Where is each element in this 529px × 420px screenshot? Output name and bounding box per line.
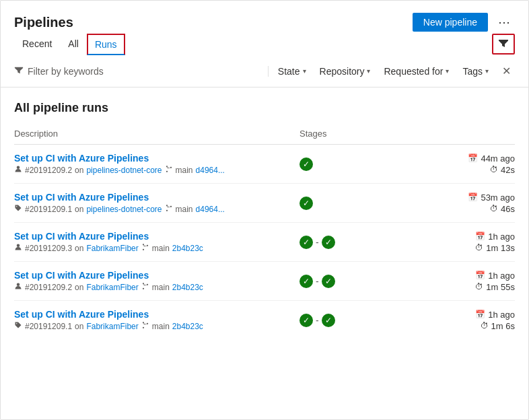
requested-for-dropdown[interactable]: Requested for ▾ <box>377 63 456 79</box>
svg-point-11 <box>17 283 20 287</box>
requested-for-label: Requested for <box>384 66 443 77</box>
svg-point-17 <box>147 323 148 324</box>
svg-point-2 <box>166 171 167 172</box>
stage-success-icon: ✓ <box>322 314 335 327</box>
clock-icon: ⏱ <box>490 204 498 213</box>
branch-icon <box>165 165 173 175</box>
stage-success-icon: ✓ <box>299 275 313 288</box>
filter-keyword-text[interactable]: Filter by keywords <box>28 66 265 77</box>
tab-all[interactable]: All <box>60 33 87 56</box>
tags-chevron-icon: ▾ <box>485 67 489 75</box>
commit-hash: 2b4b23c <box>172 283 203 292</box>
requested-for-chevron-icon: ▾ <box>446 67 449 75</box>
pipeline-name[interactable]: Set up CI with Azure Pipelines <box>14 309 299 320</box>
run-on-text: on <box>75 166 83 175</box>
run-id: #20191209.1 <box>25 322 72 331</box>
branch-name: main <box>176 205 193 214</box>
clock-icon: ⏱ <box>490 165 498 174</box>
tab-runs[interactable]: Runs <box>87 34 125 55</box>
stage-success-icon: ✓ <box>299 158 313 171</box>
pipeline-name[interactable]: Set up CI with Azure Pipelines <box>14 153 299 164</box>
pipeline-name[interactable]: Set up CI with Azure Pipelines <box>14 270 299 281</box>
svg-point-12 <box>143 283 144 284</box>
stage-separator: - <box>316 237 319 248</box>
clock-icon: ⏱ <box>475 243 483 252</box>
pipeline-name[interactable]: Set up CI with Azure Pipelines <box>14 231 299 242</box>
stage-separator: - <box>316 315 319 326</box>
table-row: Set up CI with Azure Pipelines #20191209… <box>14 223 515 262</box>
time-ago: 1h ago <box>488 232 515 242</box>
stages-cell: ✓ <box>299 158 380 171</box>
calendar-icon: 📅 <box>475 232 485 241</box>
branch-name: main <box>152 283 170 292</box>
calendar-icon: 📅 <box>468 193 478 202</box>
repository-chevron-icon: ▾ <box>367 67 370 75</box>
time-cell: 📅 1h ago ⏱ 1m 55s <box>380 271 515 292</box>
tags-dropdown[interactable]: Tags ▾ <box>456 63 495 79</box>
repo-link[interactable]: FabrikamFiber <box>86 322 138 331</box>
state-label: State <box>278 66 300 77</box>
repo-link[interactable]: pipelines-dotnet-core <box>86 205 162 214</box>
filter-clear-button[interactable]: ✕ <box>498 62 515 80</box>
stage-success-icon: ✓ <box>299 314 313 327</box>
time-ago: 1h ago <box>488 310 515 320</box>
run-id: #20191209.2 <box>25 166 72 175</box>
duration: 1m 6s <box>491 321 515 331</box>
svg-point-10 <box>147 245 148 246</box>
pipeline-name[interactable]: Set up CI with Azure Pipelines <box>14 192 299 203</box>
table-row: Set up CI with Azure Pipelines #20191209… <box>14 301 515 339</box>
svg-point-7 <box>17 244 20 248</box>
person-icon <box>14 165 22 175</box>
svg-point-5 <box>166 210 167 211</box>
col-stages: Stages <box>299 129 380 139</box>
repository-label: Repository <box>320 66 365 77</box>
filter-toggle-button[interactable] <box>492 34 515 55</box>
calendar-icon: 📅 <box>475 271 485 280</box>
clock-icon: ⏱ <box>481 321 489 330</box>
svg-point-13 <box>143 288 144 289</box>
table-row: Set up CI with Azure Pipelines #20191209… <box>14 262 515 301</box>
run-id: #20191209.1 <box>25 205 72 214</box>
stage-success-icon: ✓ <box>322 236 335 249</box>
commit-hash: d4964... <box>196 205 225 214</box>
repo-link[interactable]: FabrikamFiber <box>86 244 138 253</box>
run-on-text: on <box>75 283 83 292</box>
commit-hash: d4964... <box>196 166 225 175</box>
svg-point-16 <box>143 327 144 328</box>
state-dropdown[interactable]: State ▾ <box>271 63 313 79</box>
svg-point-6 <box>170 206 171 207</box>
clock-icon: ⏱ <box>475 282 483 291</box>
person-icon <box>14 282 22 292</box>
duration: 1m 55s <box>486 282 515 292</box>
tag-icon <box>14 204 22 214</box>
new-pipeline-button[interactable]: New pipeline <box>413 13 488 32</box>
duration: 46s <box>501 204 515 214</box>
stages-cell: ✓ <box>299 197 380 210</box>
stages-cell: ✓-✓ <box>299 236 380 249</box>
svg-point-14 <box>147 284 148 285</box>
run-id: #20191209.2 <box>25 283 72 292</box>
more-options-button[interactable]: ⋯ <box>493 11 515 33</box>
duration: 1m 13s <box>486 243 515 253</box>
stage-success-icon: ✓ <box>299 197 313 210</box>
tab-recent[interactable]: Recent <box>14 33 60 56</box>
duration: 42s <box>501 165 515 175</box>
filter-keyword-icon <box>14 65 24 77</box>
repository-dropdown[interactable]: Repository ▾ <box>313 63 378 79</box>
branch-name: main <box>152 244 170 253</box>
time-cell: 📅 1h ago ⏱ 1m 6s <box>380 310 515 331</box>
stage-success-icon: ✓ <box>322 275 335 288</box>
branch-icon <box>165 204 173 214</box>
branch-icon <box>141 282 149 292</box>
time-ago: 53m ago <box>481 193 515 203</box>
more-icon: ⋯ <box>498 15 510 29</box>
page-title: Pipelines <box>14 15 73 30</box>
run-id: #20191209.3 <box>25 244 72 253</box>
table-row: Set up CI with Azure Pipelines #20191209… <box>14 145 515 184</box>
person-icon <box>14 243 22 253</box>
repo-link[interactable]: pipelines-dotnet-core <box>86 166 162 175</box>
commit-hash: 2b4b23c <box>172 244 203 253</box>
repo-link[interactable]: FabrikamFiber <box>86 283 138 292</box>
stage-separator: - <box>316 276 319 287</box>
time-ago: 44m ago <box>481 153 515 164</box>
